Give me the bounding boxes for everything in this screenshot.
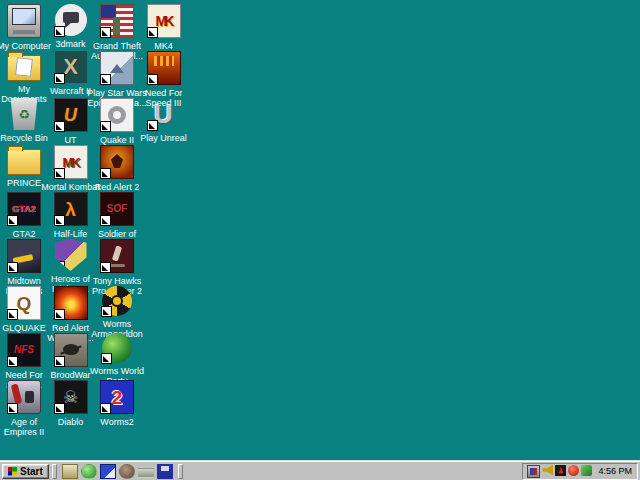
star-wars-racer-icon [100,51,134,85]
nfs-speed-icon: NFS [7,333,41,367]
ut-glyph: U [64,106,77,124]
nfs-speed-glyph: NFS [14,345,34,355]
taskbar: Start 4:56 PM [0,461,640,480]
shortcut-arrow-icon [54,356,65,367]
worms2-shortcut[interactable]: 2Worms2 [94,380,140,427]
shortcut-arrow-icon [100,403,111,414]
gta2-glyph: GTA2 [12,205,35,214]
shortcut-arrow-icon [7,215,18,226]
shortcut-arrow-icon [101,306,112,317]
shortcut-arrow-icon [54,73,65,84]
shortcut-arrow-icon [147,27,158,38]
gta-wind-icon [100,4,134,38]
desktop[interactable]: My Computer3dmarkGrand Theft Auto (Wind.… [0,0,640,480]
broodwar-icon [54,333,88,367]
glquake-icon: Q [7,286,41,320]
shortcut-arrow-icon [100,215,111,226]
start-button-label: Start [20,466,43,477]
shortcut-arrow-icon [7,403,18,414]
shortcut-arrow-icon [54,309,65,320]
shortcut-arrow-icon [7,262,18,273]
show-desktop-icon[interactable] [62,464,78,479]
my-documents-icon[interactable]: My Documents [1,51,47,104]
ut-icon: U [54,98,88,132]
start-button[interactable]: Start [2,464,49,479]
prince-folder-icon [7,149,41,175]
warcraft-2-glyph: X [63,56,78,78]
quick-launch-bar [60,464,175,479]
scheduler-icon[interactable] [568,465,579,476]
shortcut-arrow-icon [100,27,111,38]
network-icon[interactable] [581,465,592,476]
worms2-glyph: 2 [112,388,123,407]
desktop-icons: My Computer3dmarkGrand Theft Auto (Wind.… [0,0,640,460]
gta2-icon: GTA2 [7,192,41,226]
mortal-kombat-icon: MK [54,145,88,179]
globe-icon[interactable] [119,464,135,479]
mortal-kombat-glyph: MK [62,156,78,169]
system-tray: 4:56 PM [522,463,638,480]
mk4-glyph: MK [156,14,172,28]
midtown-madness-icon [7,239,41,273]
taskbar-drag-handle[interactable] [178,464,183,479]
worms2-label: Worms2 [87,417,147,427]
shortcut-arrow-icon [7,309,18,320]
recycle-bin-glyph: ♻ [18,108,30,121]
red-alert-windows-icon [54,286,88,320]
play-unreal-label: Play Unreal [134,133,194,143]
half-life-icon: λ [54,192,88,226]
shortcut-arrow-icon [7,356,18,367]
worms-armageddon-shortcut[interactable]: Worms Armageddon [94,286,140,339]
shortcut-arrow-icon [147,120,158,131]
shortcut-arrow-icon [100,74,111,85]
windows-logo-icon [8,467,17,476]
worms-world-party-shortcut[interactable]: Worms World Party [94,333,140,386]
recycle-bin-icon: ♻ [8,98,40,130]
heroes-of-might-icon [55,239,87,271]
worms-world-party-icon [102,333,132,363]
red-alert-2-shortcut[interactable]: Red Alert 2 [94,145,140,192]
blue-app-icon[interactable] [100,464,116,479]
half-life-glyph: λ [65,200,76,219]
my-computer-icon [7,4,41,38]
play-unreal-shortcut[interactable]: UPlay Unreal [141,98,187,143]
glquake-glyph: Q [17,294,32,313]
mk4-shortcut[interactable]: MKMK4 [141,4,187,51]
antivirus-icon[interactable] [555,465,566,476]
shortcut-arrow-icon [54,121,65,132]
tony-hawks-2-icon [100,239,134,273]
warcraft-2-icon: X [55,51,87,83]
play-unreal-icon: U [148,98,180,130]
shortcut-arrow-icon [54,261,65,272]
soldier-of-fortune-glyph: SOF [107,204,128,214]
shortcut-arrow-icon [100,121,111,132]
shortcut-arrow-icon [54,168,65,179]
my-documents-icon [7,55,41,81]
shortcut-arrow-icon [100,168,111,179]
mk4-icon: MK [147,4,181,38]
red-alert-2-label: Red Alert 2 [87,182,147,192]
soldier-of-fortune-icon: SOF [100,192,134,226]
shortcut-arrow-icon [54,403,65,414]
taskbar-drag-handle[interactable] [52,464,57,479]
mk4-label: MK4 [134,41,194,51]
diablo-icon: ☠ [54,380,88,414]
red-alert-2-icon [100,145,134,179]
display-settings-icon[interactable] [527,465,540,478]
shortcut-arrow-icon [54,26,65,37]
taskbar-clock[interactable]: 4:56 PM [594,466,632,476]
channels-icon[interactable] [138,468,154,478]
age-of-empires-2-shortcut[interactable]: Age of Empires II [1,380,47,437]
volume-icon[interactable] [542,465,553,476]
nfs-3-icon [147,51,181,85]
diablo-glyph: ☠ [63,389,78,406]
shortcut-arrow-icon [100,262,111,273]
floppy-icon[interactable] [157,464,173,479]
green-orb-icon[interactable] [81,464,97,479]
shortcut-arrow-icon [54,215,65,226]
tray-icons [527,465,592,478]
quake-2-icon [100,98,134,132]
age-of-empires-2-icon [7,380,41,414]
worms-armageddon-icon [102,286,132,316]
shortcut-arrow-icon [101,353,112,364]
